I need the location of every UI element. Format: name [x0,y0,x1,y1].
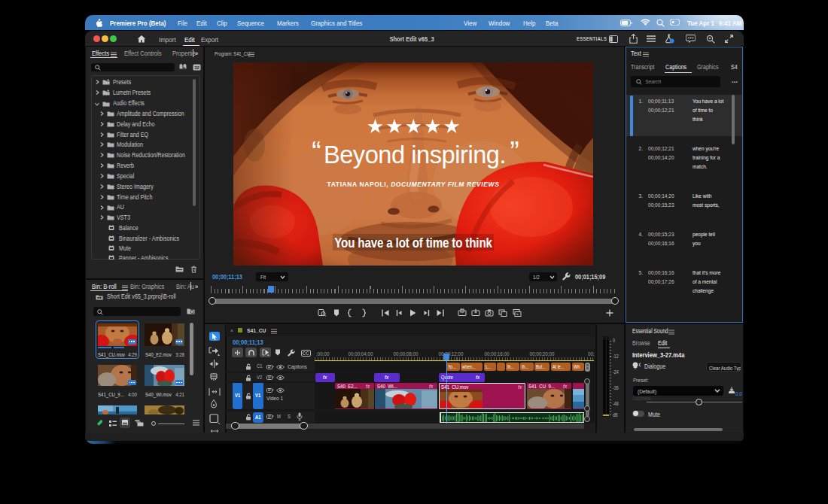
svg-text:32: 32 [194,65,199,70]
